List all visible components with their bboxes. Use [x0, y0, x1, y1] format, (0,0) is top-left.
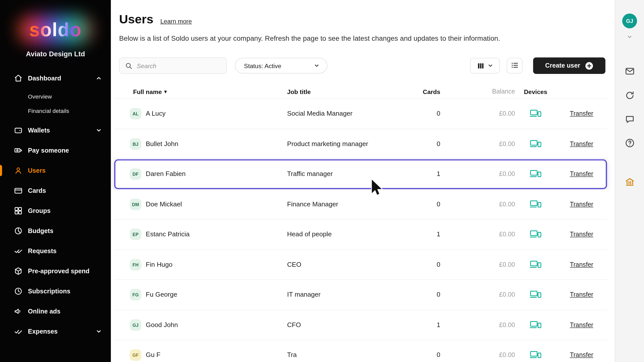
columns-icon: [477, 62, 485, 70]
page-subtitle: Below is a list of Soldo users at your c…: [111, 26, 615, 42]
status-filter-dropdown[interactable]: Status: Active: [235, 58, 327, 73]
sort-caret-icon: ▾: [164, 89, 167, 95]
chevron-down-icon: [314, 63, 319, 69]
transfer-link[interactable]: Transfer: [570, 291, 593, 298]
search-input[interactable]: [119, 58, 226, 73]
sidebar-item-requests[interactable]: Requests: [0, 241, 111, 261]
columns-picker-button[interactable]: [470, 58, 500, 73]
chevron-down-icon: [96, 328, 102, 334]
requests-icon: [14, 247, 23, 255]
cards-count: 1: [386, 231, 440, 238]
budgets-icon: [14, 227, 23, 235]
groups-icon: [14, 206, 23, 215]
avatar: EP: [130, 229, 141, 240]
learn-more-link[interactable]: Learn more: [160, 18, 192, 25]
sidebar-item-budgets[interactable]: Budgets: [0, 221, 111, 241]
table-row[interactable]: DMDoe MickaelFinance Manager0£0.00Transf…: [114, 189, 607, 219]
ordered-list-icon: [510, 61, 519, 70]
column-header-job-title: Job title: [287, 88, 386, 95]
table-row[interactable]: EPEstanc PatriciaHead of people1£0.00Tra…: [114, 219, 607, 250]
sidebar-item-subscriptions[interactable]: Subscriptions: [0, 281, 111, 301]
transfer-link[interactable]: Transfer: [570, 140, 593, 147]
sidebar-item-online-ads[interactable]: Online ads: [0, 301, 111, 321]
help-icon[interactable]: [624, 138, 635, 148]
chat-icon[interactable]: [624, 114, 635, 124]
table-row[interactable]: GFGu FTra0£0.00Transfer: [114, 340, 607, 362]
devices-icon: [530, 140, 541, 149]
sidebar-item-cards[interactable]: Cards: [0, 180, 111, 201]
transfer-link[interactable]: Transfer: [570, 321, 593, 328]
create-user-button[interactable]: Create user: [533, 58, 605, 74]
sidebar-item-expenses[interactable]: Expenses: [0, 321, 111, 341]
table-row[interactable]: ALA LucySocial Media Manager0£0.00Transf…: [114, 99, 607, 129]
sidebar-item-label: Expenses: [28, 328, 58, 335]
sidebar-subitem-overview[interactable]: Overview: [0, 89, 111, 103]
user-name: Good John: [146, 321, 178, 329]
sidebar-item-label: Groups: [28, 207, 51, 214]
transfer-link[interactable]: Transfer: [570, 110, 593, 117]
sidebar-item-label: Wallets: [28, 127, 50, 134]
table-row[interactable]: GJGood JohnCFO1£0.00Transfer: [114, 310, 607, 340]
devices-icon: [530, 321, 541, 330]
sidebar-item-pay-someone[interactable]: Pay someone: [0, 140, 111, 160]
table-row[interactable]: BJBullet JohnProduct marketing manager0£…: [114, 129, 607, 159]
chevron-down-icon[interactable]: [627, 34, 632, 40]
cards-count: 0: [386, 291, 440, 298]
user-name: Estanc Patricia: [146, 231, 190, 238]
sidebar-item-dashboard[interactable]: Dashboard: [0, 68, 111, 88]
job-title: Traffic manager: [287, 170, 386, 178]
transfer-link[interactable]: Transfer: [570, 261, 593, 268]
company-name: Aviato Design Ltd: [0, 50, 111, 58]
search-icon: [125, 62, 133, 70]
avatar: FG: [130, 289, 141, 301]
cards-count: 0: [386, 110, 440, 117]
job-title: Finance Manager: [287, 201, 386, 208]
sidebar-item-groups[interactable]: Groups: [0, 201, 111, 221]
table-row[interactable]: FHFin HugoCEO0£0.00Transfer: [114, 250, 607, 280]
transfer-link[interactable]: Transfer: [570, 170, 593, 177]
job-title: Head of people: [287, 231, 386, 238]
sidebar-item-label: Pay someone: [28, 147, 69, 154]
job-title: CFO: [287, 321, 386, 329]
sidebar-item-users[interactable]: Users: [0, 160, 111, 180]
job-title: IT manager: [287, 291, 386, 298]
balance: £0.00: [440, 321, 515, 329]
sidebar-item-label: Cards: [28, 187, 46, 194]
search-box[interactable]: [119, 58, 227, 74]
chevron-down-icon: [96, 127, 102, 133]
preapproved-icon: [14, 267, 23, 275]
soldo-logo[interactable]: soldo: [0, 12, 111, 47]
sidebar-item-wallets[interactable]: Wallets: [0, 120, 111, 140]
cards-count: 1: [386, 170, 440, 178]
user-name: Daren Fabien: [146, 170, 186, 178]
balance: £0.00: [440, 351, 515, 359]
cards-count: 0: [386, 261, 440, 268]
column-header-devices: Devices: [515, 88, 556, 95]
avatar: DM: [130, 199, 141, 210]
mail-icon[interactable]: [624, 66, 635, 76]
column-header-full-name[interactable]: Full name ▾: [114, 88, 287, 95]
sidebar-item-label: Online ads: [28, 308, 60, 315]
table-row[interactable]: FGFu GeorgeIT manager0£0.00Transfer: [114, 280, 607, 310]
status-filter-label: Status: Active: [244, 62, 281, 69]
plus-circle-icon: [585, 61, 593, 70]
bank-icon[interactable]: [624, 177, 635, 187]
sidebar: soldo Aviato Design Ltd DashboardOvervie…: [0, 0, 111, 362]
avatar: BJ: [130, 138, 141, 150]
transfer-link[interactable]: Transfer: [570, 351, 593, 358]
transfer-link[interactable]: Transfer: [570, 231, 593, 238]
balance: £0.00: [440, 170, 515, 178]
transfer-link[interactable]: Transfer: [570, 201, 593, 208]
balance: £0.00: [440, 201, 515, 208]
sidebar-item-pre-approved-spend[interactable]: Pre-approved spend: [0, 261, 111, 281]
sidebar-subitem-financial-details[interactable]: Financial details: [0, 103, 111, 118]
sort-button[interactable]: [507, 58, 522, 73]
users-table-header: Full name ▾ Job title Cards Balance Devi…: [114, 84, 607, 99]
avatar: GF: [130, 349, 141, 361]
user-avatar[interactable]: GJ: [622, 14, 637, 28]
refresh-icon[interactable]: [624, 90, 635, 101]
avatar: FH: [130, 259, 141, 270]
sidebar-nav: DashboardOverviewFinancial detailsWallet…: [0, 68, 111, 341]
chevron-up-icon: [96, 75, 102, 81]
table-row[interactable]: DFDaren FabienTraffic manager1£0.00Trans…: [114, 159, 607, 189]
